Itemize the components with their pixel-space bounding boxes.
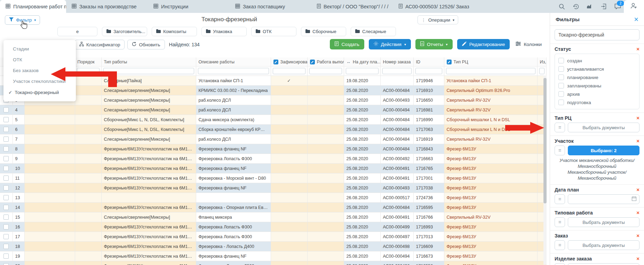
column-filter-input[interactable] [346,68,379,74]
table-scrollbar[interactable] [543,76,547,265]
rc-group-chip[interactable]: Заготовитель... [102,27,147,36]
chat-icon[interactable]: 2 [614,3,621,10]
refresh-button[interactable]: Обновить [127,40,165,49]
status-option[interactable]: подготовка [558,98,636,107]
edit-mode-button[interactable]: Редактирование [457,39,510,49]
topbar-tab[interactable]: АС00-000503/ 12526/ Заказ [393,0,475,13]
topbar-tab[interactable]: Заказы на производстве [66,0,148,13]
row-checkbox[interactable] [3,185,9,190]
table-row[interactable]: 1Слесарные[Пайка]Установка пайки СП-1✓19… [0,76,546,86]
row-checkbox[interactable] [3,107,9,112]
filters-search-input[interactable] [555,29,639,40]
classifier-button[interactable]: Классификатор [75,40,125,49]
search-icon[interactable] [558,3,565,10]
pick-documents-button[interactable]: Выбрать документы [568,240,639,250]
column-header-desc[interactable]: Описание работы [196,57,271,67]
clear-filter-icon[interactable]: × [636,210,639,216]
checkbox[interactable] [558,83,564,88]
clear-filter-icon[interactable]: × [636,115,639,121]
row-checkbox[interactable] [3,137,9,142]
table-row[interactable]: 3Слесарные/сверление[Миксеры]раб.колесо … [0,95,546,105]
filter-dropdown-item[interactable]: ✓Токарно-фрезерный [3,87,76,98]
topbar-tab[interactable]: Планирование работ по× [0,0,66,13]
column-filter-input[interactable] [273,68,305,74]
pick-documents-button[interactable]: Выбрать документы [568,123,639,132]
equals-operator-button[interactable]: = [555,240,565,250]
table-row[interactable]: 18Фрезерные/6М13У/стеклопластик на 6М13У… [0,242,546,251]
row-checkbox[interactable] [3,195,9,200]
equals-operator-button[interactable]: = [555,123,565,132]
table-row[interactable]: 17Фрезерные/6М13У/стеклопластик на 6М13У… [0,232,546,242]
table-row[interactable]: 8Фрезерные/6М13У/стеклопластик на 6М13У[… [0,144,546,154]
table-row[interactable]: 6Сборочные[Микс L, N, DSL, Комплекты]Сбо… [0,125,546,134]
row-checkbox[interactable] [3,244,9,249]
status-option[interactable]: планирование [558,73,636,81]
column-header-type[interactable]: Тип работы [101,57,196,67]
chart-icon[interactable] [586,3,593,10]
column-filter-input[interactable] [539,68,544,74]
column-header-done[interactable]: Работа выпол... [307,57,344,67]
row-checkbox[interactable] [3,176,9,181]
column-header-rc[interactable]: Тип РЦ [444,57,537,67]
row-checkbox[interactable] [3,146,9,151]
checkbox[interactable] [558,75,564,80]
table-row[interactable]: 11Фрезерные/6М13У/стеклопластик на 6М13У… [0,173,546,183]
actions-button[interactable]: Действия ▾ [369,39,411,49]
row-checkbox[interactable] [3,234,9,239]
history-icon[interactable] [572,3,579,10]
topbar-tab[interactable]: Вектор/ / ООО "Вектор"/ / / / [311,0,393,13]
status-option[interactable]: архив [558,90,636,98]
status-option[interactable]: устанавливается [558,65,636,73]
column-header-id[interactable]: ID [413,57,444,67]
equals-operator-button[interactable]: = [555,217,565,227]
equals-operator-button[interactable]: = [555,263,565,265]
table-row[interactable]: 10Фрезерные/6М13У/стеклопластик на 6М13У… [0,164,546,173]
row-checkbox[interactable] [3,224,9,229]
row-checkbox[interactable] [3,166,9,171]
clear-filter-icon[interactable]: × [636,138,639,144]
status-option[interactable]: создан [558,56,636,65]
row-checkbox[interactable] [3,205,9,210]
table-row[interactable]: 12Фрезерные/6М13У/стеклопластик на 6М13У… [0,183,546,193]
column-filter-input[interactable] [446,68,535,74]
table-row[interactable]: 2Слесарные/сверление[Миксеры]КРМИКС 03.0… [0,86,546,95]
equals-operator-button[interactable]: = [555,146,565,155]
row-checkbox[interactable] [3,254,9,259]
column-header-fixed[interactable]: Зафиксироват... [271,57,307,67]
table-row[interactable]: 9Фрезерные/6М13У/стеклопластик на 6М13У[… [0,154,546,164]
table-row[interactable]: 14Фрезерные/6М13У/стеклопластик на 6М13У… [0,203,546,212]
checkbox[interactable] [558,58,564,63]
rc-group-chip[interactable]: Композиты [152,27,197,36]
close-icon[interactable]: × [634,17,638,22]
column-header-order[interactable]: Порядок [75,57,101,67]
row-checkbox[interactable] [3,127,9,132]
clear-filter-icon[interactable]: × [636,256,639,262]
topbar-tab[interactable]: Инструкции [148,0,230,13]
column-filter-input[interactable] [382,68,412,74]
rc-group-chip[interactable]: Сборочные [301,27,346,36]
column-header-date[interactable]: ↔На дату пла... [344,57,380,67]
table-row[interactable]: 4Слесарные/сверление[Миксеры]раб.колесо … [0,105,546,115]
table-row[interactable]: 1326.08.2020АС00-0005171724736Фрезер 6М1… [0,193,546,203]
checkbox[interactable] [558,100,564,105]
import-icon[interactable] [600,3,607,10]
rc-group-chip[interactable]: ОТК [251,27,296,36]
operations-button[interactable]: ⋮ Операции ▾ [418,15,458,24]
row-checkbox[interactable] [3,156,9,161]
row-checkbox[interactable] [3,215,9,220]
table-row[interactable]: 5Сборочные[Микс L, N, DSL, Комплекты]Сда… [0,115,546,125]
column-filter-input[interactable] [198,68,269,74]
selected-count-button[interactable]: Выбрано: 2 [568,146,639,155]
table-row[interactable]: 20Фрезерные/6М13У/стеклопластик на 6М13У… [0,261,546,265]
column-header-izd[interactable]: Из, [537,57,546,67]
equals-operator-button[interactable]: = [555,194,565,204]
filter-dropdown-item[interactable]: ОТК [3,54,76,65]
table-row[interactable]: 15Слесарные/сверление[Миксеры]Фланец мик… [0,212,546,222]
table-row[interactable]: 16Фрезерные/6М13У/стеклопластик на 6М13У… [0,222,546,232]
clear-filter-icon[interactable]: × [636,46,639,52]
clear-filter-icon[interactable]: × [636,233,639,239]
filter-dropdown-item[interactable]: Стадии [3,44,76,54]
column-header-order_no[interactable]: Номер заказа [380,57,413,67]
column-filter-input[interactable] [309,68,342,74]
reports-button[interactable]: Отчеты ▾ [415,39,453,49]
